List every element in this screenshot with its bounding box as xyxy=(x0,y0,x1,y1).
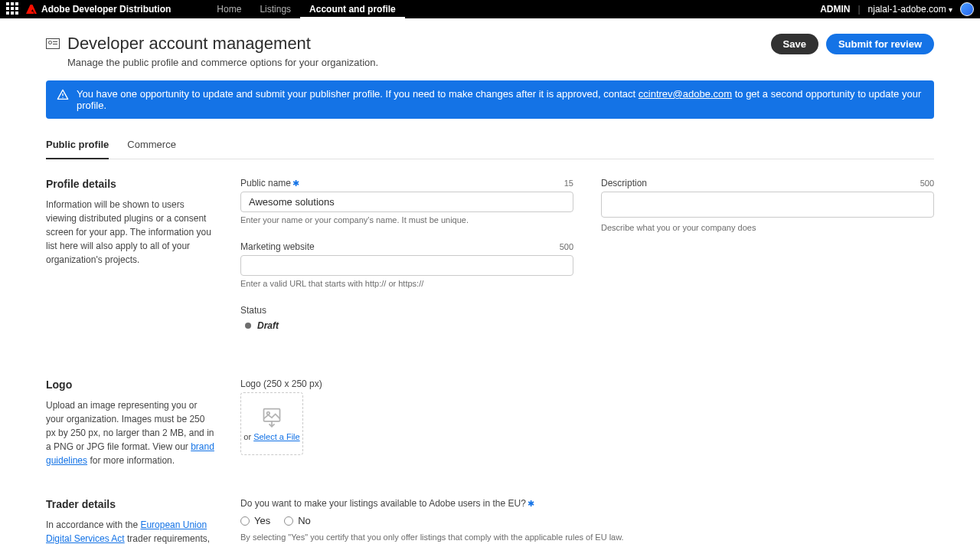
trader-title: Trader details xyxy=(46,498,216,510)
account-card-icon xyxy=(46,38,60,49)
submit-review-button[interactable]: Submit for review xyxy=(826,34,934,54)
nav-account-profile[interactable]: Account and profile xyxy=(300,0,405,18)
eu-note: By selecting "Yes" you certify that you … xyxy=(240,533,934,542)
page-subtitle: Manage the public profile and commerce o… xyxy=(67,57,378,68)
eu-radio-no[interactable]: No xyxy=(284,515,311,526)
tab-public-profile[interactable]: Public profile xyxy=(46,131,109,159)
trader-p1: In accordance with the European Union Di… xyxy=(46,518,216,544)
website-label: Marketing website xyxy=(240,241,315,252)
radio-icon xyxy=(284,516,293,526)
profile-title: Profile details xyxy=(46,178,216,190)
description-input[interactable] xyxy=(601,192,934,218)
banner-text: You have one opportunity to update and s… xyxy=(77,88,923,111)
radio-icon xyxy=(240,516,250,526)
topbar-divider: | xyxy=(858,4,860,15)
public-name-count: 15 xyxy=(564,179,573,188)
required-icon: ✱ xyxy=(528,499,534,508)
svg-rect-2 xyxy=(264,409,280,421)
topbar-right: ADMIN | njalal-1-adobe.com ▾ xyxy=(820,2,974,16)
avatar[interactable] xyxy=(960,2,974,16)
page-title: Developer account management xyxy=(67,34,378,54)
select-file-link[interactable]: Select a File xyxy=(253,432,300,441)
top-nav: Home Listings Account and profile xyxy=(207,0,404,18)
description-count: 500 xyxy=(920,179,934,188)
public-name-label: Public name✱ xyxy=(240,178,299,188)
user-org-dropdown[interactable]: njalal-1-adobe.com ▾ xyxy=(868,4,952,15)
page-header: Developer account management Manage the … xyxy=(46,34,934,68)
svg-point-3 xyxy=(267,412,270,415)
role-label: ADMIN xyxy=(820,4,850,15)
upload-text: or Select a File xyxy=(243,432,299,441)
eu-radio-group: Yes No xyxy=(240,515,934,526)
eu-question-label: Do you want to make your listings availa… xyxy=(240,498,934,509)
apps-grid-icon[interactable] xyxy=(6,2,20,16)
save-button[interactable]: Save xyxy=(771,34,818,54)
sub-tabs: Public profile Commerce xyxy=(46,131,934,159)
website-count: 500 xyxy=(560,242,573,251)
nav-listings[interactable]: Listings xyxy=(250,0,300,18)
website-input[interactable] xyxy=(240,255,573,276)
brand-name: Adobe Developer Distribution xyxy=(41,4,171,15)
topbar: Adobe Developer Distribution Home Listin… xyxy=(0,0,980,18)
status-value: Draft xyxy=(257,320,279,331)
website-helper: Enter a valid URL that starts with http:… xyxy=(240,279,573,288)
section-trader-details: Trader details In accordance with the Eu… xyxy=(46,498,934,544)
adobe-logo-icon xyxy=(26,5,37,14)
logo-desc: Upload an image representing you or your… xyxy=(46,398,216,467)
info-banner: You have one opportunity to update and s… xyxy=(46,80,934,119)
status-dot-icon xyxy=(245,323,251,329)
banner-email-link[interactable]: ccintrev@adobe.com xyxy=(639,88,732,100)
description-helper: Describe what you or your company does xyxy=(601,223,934,232)
svg-point-1 xyxy=(62,97,63,98)
image-upload-icon xyxy=(261,406,283,428)
description-label: Description xyxy=(601,178,647,188)
logo-box-label: Logo (250 x 250 px) xyxy=(240,379,593,389)
public-name-helper: Enter your name or your company's name. … xyxy=(240,215,573,224)
public-name-input[interactable] xyxy=(240,192,573,212)
status-label: Status xyxy=(240,305,573,316)
chevron-down-icon: ▾ xyxy=(949,5,952,14)
nav-home[interactable]: Home xyxy=(207,0,250,18)
logo-upload-dropzone[interactable]: or Select a File xyxy=(240,392,303,455)
section-logo: Logo Upload an image representing you or… xyxy=(46,379,934,467)
section-profile-details: Profile details Information will be show… xyxy=(46,178,934,348)
warning-icon xyxy=(57,89,69,101)
required-icon: ✱ xyxy=(292,179,299,188)
logo-title: Logo xyxy=(46,379,216,391)
eu-radio-yes[interactable]: Yes xyxy=(240,515,270,526)
tab-commerce[interactable]: Commerce xyxy=(127,131,176,159)
profile-desc: Information will be shown to users viewi… xyxy=(46,198,216,267)
